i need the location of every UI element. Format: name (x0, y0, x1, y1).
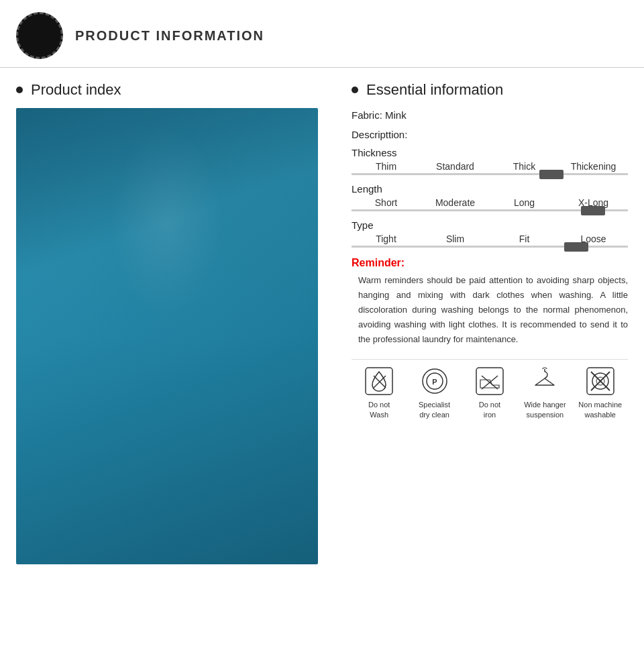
main-content: Product index Essential information Fabr… (0, 68, 644, 578)
thickness-slider-track (352, 173, 628, 175)
care-no-iron: Do notiron (463, 366, 517, 419)
care-do-not-wash: Do notWash (352, 366, 406, 419)
essential-info-heading: Essential information (352, 81, 628, 99)
no-machine-label: Non machinewashable (578, 400, 622, 419)
dry-clean-label: Specialistdry clean (419, 400, 450, 419)
no-iron-label: Do notiron (479, 400, 500, 419)
header: PRODUCT INFORMATION (0, 0, 644, 68)
bullet-icon-2 (352, 87, 358, 93)
type-opt-fit: Fit (490, 234, 559, 244)
thickness-options-row: Thim Standard Thick Thickening (352, 161, 628, 172)
care-dry-clean: P Specialistdry clean (408, 366, 462, 419)
reminder-text: Warm reminders should be paid attention … (352, 273, 628, 347)
care-no-machine: Non machinewashable (574, 366, 627, 419)
length-opt-short: Short (352, 197, 421, 208)
length-slider-thumb (581, 206, 605, 215)
svg-text:P: P (432, 378, 437, 386)
length-opt-long: Long (490, 197, 559, 208)
type-opt-tight: Tight (352, 234, 421, 244)
length-slider-track (352, 209, 628, 211)
no-iron-icon (475, 366, 504, 396)
type-label: Type (352, 219, 628, 231)
type-opt-slim: Slim (421, 234, 490, 244)
left-column: Product index (16, 81, 331, 564)
dry-clean-icon: P (420, 366, 449, 396)
thickness-slider-thumb (539, 170, 564, 179)
no-wash-label: Do notWash (368, 400, 390, 419)
hanger-label: Wide hangersuspension (524, 400, 566, 419)
thickness-opt-standard: Standard (421, 161, 490, 172)
type-slider-thumb (564, 242, 588, 252)
bullet-icon (16, 87, 23, 93)
no-wash-icon (364, 366, 394, 396)
reminder-label: Reminder: (352, 257, 628, 269)
header-title: PRODUCT INFORMATION (75, 28, 264, 44)
thickness-opt-thim: Thim (352, 161, 421, 172)
care-icons-row: Do notWash P Specialistdry clean (352, 359, 628, 419)
description-label: Descripttion: (352, 129, 628, 140)
type-slider-track (352, 246, 628, 248)
product-image (16, 108, 318, 564)
length-label: Length (352, 183, 628, 195)
right-column: Essential information Fabric: Mink Descr… (352, 81, 628, 564)
header-logo-circle (16, 12, 63, 59)
essential-info-label: Essential information (366, 81, 503, 99)
length-opt-moderate: Moderate (421, 197, 490, 208)
hanger-icon (530, 366, 559, 396)
fabric-info: Fabric: Mink (352, 109, 628, 121)
product-index-heading: Product index (16, 81, 331, 99)
thickness-opt-thickening: Thickening (559, 161, 628, 172)
product-index-label: Product index (31, 81, 121, 99)
no-machine-wash-icon (586, 366, 615, 396)
thickness-label: Thickness (352, 147, 628, 158)
care-hanger: Wide hangersuspension (518, 366, 572, 419)
